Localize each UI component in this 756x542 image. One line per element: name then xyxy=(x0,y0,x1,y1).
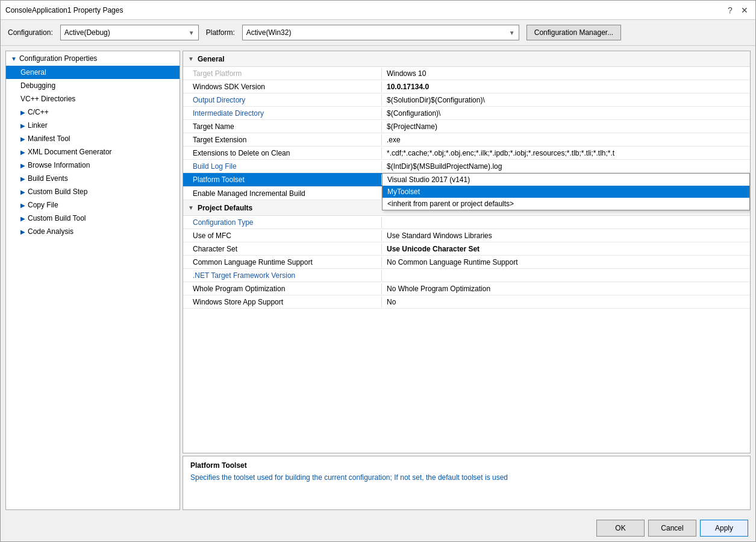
section-expand-icon: ▼ xyxy=(188,204,194,211)
prop-value xyxy=(382,274,750,277)
prop-name: Platform Toolset xyxy=(183,174,382,185)
prop-value: Windows 10 xyxy=(382,68,750,79)
prop-row-use-mfc[interactable]: Use of MFC Use Standard Windows Librarie… xyxy=(183,229,750,242)
sidebar-item-label: C/C++ xyxy=(28,108,49,116)
prop-row-target-name[interactable]: Target Name $(ProjectName) xyxy=(183,120,750,133)
prop-value: 10.0.17134.0 xyxy=(382,81,750,92)
sidebar: ▼ Configuration Properties General Debug… xyxy=(5,51,180,510)
prop-row-intermediate-dir[interactable]: Intermediate Directory $(Configuration)\ xyxy=(183,107,750,120)
sidebar-item-linker[interactable]: ▶ Linker xyxy=(6,119,180,132)
config-manager-button[interactable]: Configuration Manager... xyxy=(526,25,621,40)
sidebar-item-label: Configuration Properties xyxy=(19,54,97,63)
prop-value: $(Configuration)\ xyxy=(382,108,750,119)
prop-row-net-target[interactable]: .NET Target Framework Version xyxy=(183,269,750,282)
prop-row-output-dir[interactable]: Output Directory $(SolutionDir)$(Configu… xyxy=(183,93,750,107)
prop-value: Use Standard Windows Libraries xyxy=(382,230,750,241)
sidebar-item-build-events[interactable]: ▶ Build Events xyxy=(6,172,180,185)
dropdown-option-inherit[interactable]: <inherit from parent or project defaults… xyxy=(383,198,749,210)
property-pages-window: ConsoleApplication1 Property Pages ? ✕ C… xyxy=(0,0,756,542)
config-arrow-icon: ▼ xyxy=(189,30,195,36)
sidebar-item-label: Debugging xyxy=(20,81,55,90)
expand-arrow-icon: ▶ xyxy=(20,202,25,209)
sidebar-item-vc-dirs[interactable]: VC++ Directories xyxy=(6,92,180,106)
prop-row-platform-toolset[interactable]: Platform Toolset Visual Studio 2017 (v14… xyxy=(183,173,750,187)
platform-value: Active(Win32) xyxy=(246,28,292,37)
prop-row-config-type[interactable]: Configuration Type xyxy=(183,216,750,229)
prop-name: Extensions to Delete on Clean xyxy=(183,148,382,159)
expand-arrow-icon: ▶ xyxy=(20,215,25,222)
prop-row-char-set[interactable]: Character Set Use Unicode Character Set xyxy=(183,242,750,256)
prop-name: Enable Managed Incremental Build xyxy=(183,188,382,199)
close-button[interactable]: ✕ xyxy=(739,4,751,16)
sidebar-item-custom-tool[interactable]: ▶ Custom Build Tool xyxy=(6,212,180,225)
prop-value: Use Unicode Character Set xyxy=(382,244,750,254)
section-expand-icon: ▼ xyxy=(188,55,194,62)
help-button[interactable]: ? xyxy=(724,4,736,16)
prop-row-ext-delete[interactable]: Extensions to Delete on Clean *.cdf;*.ca… xyxy=(183,147,750,160)
prop-value: No xyxy=(382,297,750,307)
prop-value xyxy=(382,221,750,224)
right-panel: ▼ General Target Platform Windows 10 Win… xyxy=(183,51,751,510)
prop-name: Target Extension xyxy=(183,134,382,145)
prop-name: Build Log File xyxy=(183,161,382,172)
description-title: Platform Toolset xyxy=(190,461,743,470)
sidebar-item-code-analysis[interactable]: ▶ Code Analysis xyxy=(6,225,180,238)
main-content: ▼ Configuration Properties General Debug… xyxy=(1,46,755,515)
prop-name: Windows SDK Version xyxy=(183,81,382,92)
prop-value: *.cdf;*.cache;*.obj;*.obj.enc;*.ilk;*.ip… xyxy=(382,148,750,159)
prop-row-win-store[interactable]: Windows Store App Support No xyxy=(183,295,750,309)
sidebar-item-label: Linker xyxy=(28,121,48,130)
expand-arrow-icon: ▶ xyxy=(20,175,25,182)
prop-name: Target Name xyxy=(183,121,382,132)
expand-arrow-icon: ▼ xyxy=(11,55,17,62)
dropdown-option-mytoolset[interactable]: MyToolset xyxy=(383,186,749,198)
prop-value: $(SolutionDir)$(Configuration)\ xyxy=(382,95,750,106)
apply-button[interactable]: Apply xyxy=(700,520,748,537)
prop-name: Configuration Type xyxy=(183,217,382,228)
sidebar-item-browse[interactable]: ▶ Browse Information xyxy=(6,159,180,172)
prop-name: Windows Store App Support xyxy=(183,297,382,307)
sidebar-item-debugging[interactable]: Debugging xyxy=(6,79,180,92)
expand-arrow-icon: ▶ xyxy=(20,189,25,195)
config-label: Configuration: xyxy=(8,28,53,37)
prop-row-target-ext[interactable]: Target Extension .exe xyxy=(183,133,750,147)
platform-select[interactable]: Active(Win32) ▼ xyxy=(242,25,519,40)
sidebar-item-copy-file[interactable]: ▶ Copy File xyxy=(6,198,180,212)
title-bar-controls: ? ✕ xyxy=(724,4,751,16)
prop-value: No Whole Program Optimization xyxy=(382,283,750,294)
prop-value: No Common Language Runtime Support xyxy=(382,257,750,268)
prop-value: $(ProjectName) xyxy=(382,121,750,132)
description-area: Platform Toolset Specifies the toolset u… xyxy=(183,456,751,510)
prop-row-target-platform[interactable]: Target Platform Windows 10 xyxy=(183,67,750,80)
prop-row-sdk-version[interactable]: Windows SDK Version 10.0.17134.0 xyxy=(183,80,750,93)
prop-row-build-log[interactable]: Build Log File $(IntDir)$(MSBuildProject… xyxy=(183,160,750,173)
platform-arrow-icon: ▼ xyxy=(509,30,515,36)
sidebar-item-cpp[interactable]: ▶ C/C++ xyxy=(6,106,180,119)
bottom-bar: OK Cancel Apply xyxy=(1,515,755,541)
platform-toolset-dropdown: Visual Studio 2017 (v141) MyToolset <inh… xyxy=(382,173,750,210)
prop-name: Output Directory xyxy=(183,95,382,106)
section-title: General xyxy=(198,55,225,63)
sidebar-item-label: Copy File xyxy=(28,201,58,209)
sidebar-section-config-props[interactable]: ▼ Configuration Properties xyxy=(6,51,180,66)
prop-row-clr-support[interactable]: Common Language Runtime Support No Commo… xyxy=(183,256,750,269)
sidebar-item-label: Custom Build Tool xyxy=(28,214,86,222)
configuration-select[interactable]: Active(Debug) ▼ xyxy=(60,25,199,40)
expand-arrow-icon: ▶ xyxy=(20,136,25,142)
expand-arrow-icon: ▶ xyxy=(20,122,25,129)
title-bar: ConsoleApplication1 Property Pages ? ✕ xyxy=(1,1,755,20)
prop-name: Whole Program Optimization xyxy=(183,283,382,294)
property-grid: ▼ General Target Platform Windows 10 Win… xyxy=(183,51,751,453)
prop-name: Common Language Runtime Support xyxy=(183,257,382,268)
ok-button[interactable]: OK xyxy=(596,520,645,537)
sidebar-item-general[interactable]: General xyxy=(6,66,180,79)
sidebar-item-label: Build Events xyxy=(28,174,68,183)
section-header-general[interactable]: ▼ General xyxy=(183,51,750,67)
sidebar-item-xml-gen[interactable]: ▶ XML Document Generator xyxy=(6,145,180,159)
prop-name: Use of MFC xyxy=(183,230,382,241)
sidebar-item-custom-step[interactable]: ▶ Custom Build Step xyxy=(6,185,180,198)
prop-row-whole-prog[interactable]: Whole Program Optimization No Whole Prog… xyxy=(183,282,750,295)
dropdown-option-vs2017[interactable]: Visual Studio 2017 (v141) xyxy=(383,174,749,186)
cancel-button[interactable]: Cancel xyxy=(648,520,696,537)
sidebar-item-manifest[interactable]: ▶ Manifest Tool xyxy=(6,132,180,145)
